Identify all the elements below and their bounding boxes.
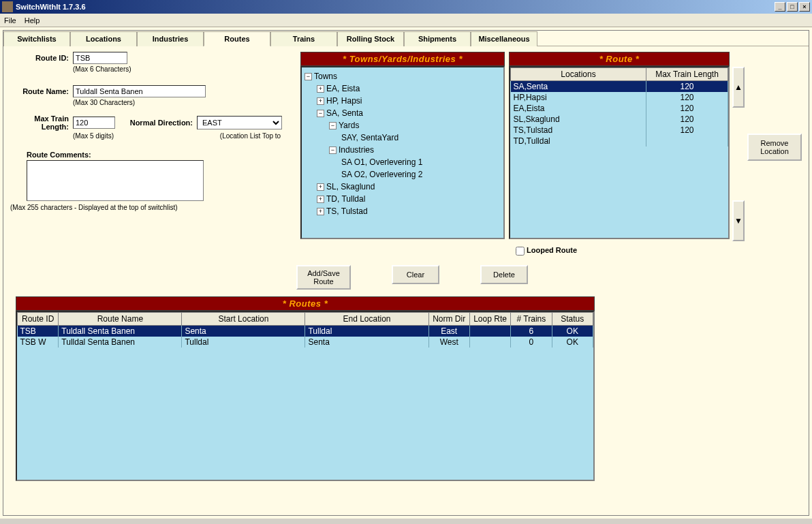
tree-title: * Towns/Yards/Industries * xyxy=(300,52,505,66)
tree-node-label[interactable]: TD, Tulldal xyxy=(326,194,365,204)
tab-industries[interactable]: Industries xyxy=(137,31,204,46)
route-id-label: Route ID: xyxy=(10,54,73,62)
route-len-cell[interactable]: 120 xyxy=(646,92,728,103)
direction-select[interactable]: EAST xyxy=(197,116,282,129)
routes-cell[interactable]: Tuldall Senta Banen xyxy=(59,325,182,337)
routes-cell[interactable]: 6 xyxy=(511,325,552,337)
app-icon xyxy=(2,1,13,12)
move-up-button[interactable]: ▲ xyxy=(732,67,745,108)
menu-bar: File Help xyxy=(0,14,812,27)
routes-cell[interactable]: Tulldal xyxy=(182,337,305,348)
routes-cell[interactable]: East xyxy=(428,325,469,337)
route-name-input[interactable] xyxy=(73,85,206,97)
tree-node-label[interactable]: Industries xyxy=(339,145,374,155)
tab-trains[interactable]: Trains xyxy=(270,31,337,46)
tree-node-label[interactable]: SAY, SentaYard xyxy=(341,133,399,142)
tree-node-label[interactable]: SA, Senta xyxy=(326,108,363,118)
route-len-cell[interactable]: 120 xyxy=(646,125,728,136)
route-len-cell[interactable]: 120 xyxy=(646,103,728,114)
minimize-button[interactable]: _ xyxy=(775,2,785,12)
routes-cell[interactable]: Senta xyxy=(305,337,428,348)
route-loc-cell[interactable]: TS,Tulstad xyxy=(511,125,646,136)
move-down-button[interactable]: ▼ xyxy=(732,200,745,241)
routes-grid-title: * Routes * xyxy=(16,296,595,311)
route-loc-cell[interactable]: TD,Tulldal xyxy=(511,136,646,147)
title-bar: SwitchWithIt 1.7.3.6 _ □ × xyxy=(0,0,812,14)
routes-cell[interactable]: OK xyxy=(552,337,593,348)
tree-toggle-icon[interactable]: + xyxy=(317,85,324,93)
menu-help[interactable]: Help xyxy=(25,16,40,25)
tree-toggle-icon[interactable]: − xyxy=(329,122,337,129)
routes-cell[interactable]: West xyxy=(428,337,469,348)
tree-toggle-icon[interactable]: − xyxy=(329,147,337,154)
tab-bar: SwitchlistsLocationsIndustriesRoutesTrai… xyxy=(3,31,809,46)
route-len-cell[interactable]: 120 xyxy=(646,114,728,125)
tree-node-label[interactable]: Towns xyxy=(314,72,337,81)
tree-node-label[interactable]: SL, Skaglund xyxy=(326,182,375,191)
routes-cell[interactable]: Tulldal xyxy=(305,325,428,337)
routes-cell[interactable]: TSB xyxy=(18,325,59,337)
tree-toggle-icon[interactable]: − xyxy=(304,73,312,80)
route-loc-cell[interactable]: EA,Eista xyxy=(511,103,646,114)
routes-grid[interactable]: Route IDRoute NameStart LocationEnd Loca… xyxy=(16,311,595,481)
comments-textarea[interactable] xyxy=(27,160,204,201)
tab-locations[interactable]: Locations xyxy=(70,31,137,46)
route-loc-cell[interactable]: SA,Senta xyxy=(511,81,646,93)
routes-cell[interactable]: Tulldal Senta Banen xyxy=(59,337,182,348)
routes-cell[interactable] xyxy=(469,325,510,337)
route-locations-grid[interactable]: LocationsMax Train LengthSA,Senta120HP,H… xyxy=(509,66,730,239)
add-save-route-button[interactable]: Add/Save Route xyxy=(296,265,351,290)
close-button[interactable]: × xyxy=(799,2,810,12)
tree-node-label[interactable]: Yards xyxy=(339,121,359,130)
tab-routes[interactable]: Routes xyxy=(204,31,270,46)
direction-hint: (Location List Top to xyxy=(208,132,293,140)
tree-toggle-icon[interactable]: + xyxy=(317,196,324,203)
routes-cell[interactable]: TSB W xyxy=(18,337,59,348)
routes-header: Status xyxy=(552,312,593,325)
tree-toggle-icon[interactable]: + xyxy=(317,208,324,215)
looped-route-checkbox[interactable] xyxy=(516,247,525,256)
max-len-input[interactable] xyxy=(73,117,115,129)
routes-header: Norm Dir xyxy=(428,312,469,325)
looped-route-label: Looped Route xyxy=(527,246,577,254)
route-col-header: Locations xyxy=(511,68,646,81)
tree-view[interactable]: −Towns+EA, Eista+HP, Hapsi−SA, Senta−Yar… xyxy=(300,66,505,239)
route-panel-title: * Route * xyxy=(509,52,730,66)
tree-node-label[interactable]: TS, Tulstad xyxy=(326,206,368,216)
tree-node-label[interactable]: SA O1, Overlevering 1 xyxy=(341,157,422,167)
delete-button[interactable]: Delete xyxy=(480,265,528,284)
remove-location-button[interactable]: Remove Location xyxy=(747,134,802,161)
route-len-cell[interactable]: 120 xyxy=(646,81,728,93)
maximize-button[interactable]: □ xyxy=(787,2,798,12)
route-id-input[interactable] xyxy=(73,52,127,64)
route-name-hint: (Max 30 Characters) xyxy=(73,99,135,106)
routes-header: End Location xyxy=(305,312,428,325)
routes-cell[interactable]: 0 xyxy=(511,337,552,348)
route-loc-cell[interactable]: SL,Skaglund xyxy=(511,114,646,125)
tree-toggle-icon[interactable]: + xyxy=(317,183,324,191)
routes-cell[interactable] xyxy=(469,337,510,348)
tab-switchlists[interactable]: Switchlists xyxy=(3,31,70,46)
menu-file[interactable]: File xyxy=(4,16,16,25)
tab-miscellaneous[interactable]: Miscellaneous xyxy=(471,31,537,46)
tree-toggle-icon[interactable]: + xyxy=(317,97,324,105)
tree-node-label[interactable]: HP, Hapsi xyxy=(326,96,362,106)
tree-toggle-icon[interactable]: − xyxy=(317,110,324,117)
tree-node-label[interactable]: SA O2, Overlevering 2 xyxy=(341,170,422,179)
window-title: SwitchWithIt 1.7.3.6 xyxy=(16,3,86,11)
route-len-cell[interactable] xyxy=(646,136,728,147)
direction-label: Normal Direction: xyxy=(115,119,197,127)
routes-cell[interactable]: OK xyxy=(552,325,593,337)
tree-node-label[interactable]: EA, Eista xyxy=(326,84,360,93)
comments-hint: (Max 255 characters - Displayed at the t… xyxy=(10,204,296,211)
route-loc-cell[interactable]: HP,Hapsi xyxy=(511,92,646,103)
route-id-hint: (Max 6 Characters) xyxy=(73,65,131,73)
comments-label: Route Comments: xyxy=(10,151,91,159)
routes-cell[interactable]: Senta xyxy=(182,325,305,337)
routes-header: Loop Rte xyxy=(469,312,510,325)
tab-rolling-stock[interactable]: Rolling Stock xyxy=(337,31,404,46)
route-col-header: Max Train Length xyxy=(646,68,728,81)
tab-shipments[interactable]: Shipments xyxy=(404,31,471,46)
clear-button[interactable]: Clear xyxy=(392,265,439,284)
max-len-label: Max TrainLength: xyxy=(10,114,73,131)
